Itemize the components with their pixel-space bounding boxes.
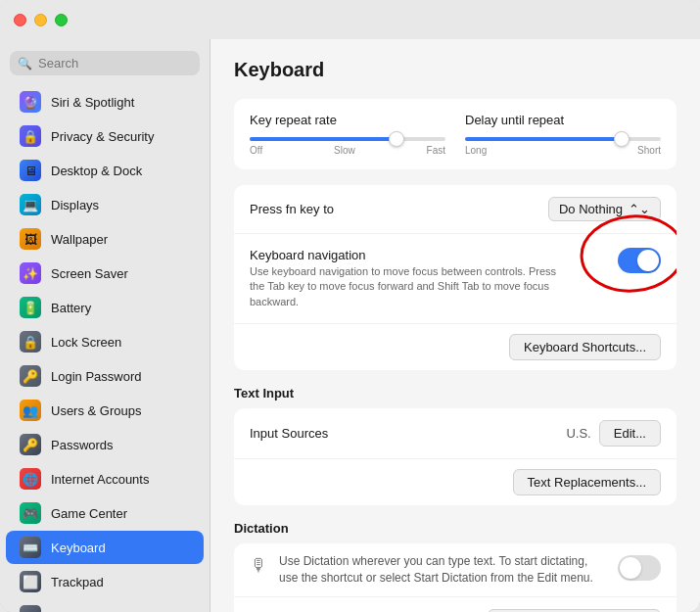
battery-icon: 🔋 [20, 297, 41, 318]
input-sources-controls: U.S. Edit... [566, 420, 661, 447]
key-repeat-slider-fill [250, 137, 397, 141]
keyboard-nav-description: Use keyboard navigation to move focus be… [250, 264, 563, 309]
microphone-icon: 🎙 [250, 555, 267, 576]
delay-repeat-slider-ends: Long Short [465, 145, 661, 156]
sliders-row: Key repeat rate Off Slow Fast [234, 99, 677, 169]
dictation-header: Dictation [234, 521, 677, 536]
dictation-toggle-knob [620, 557, 641, 579]
keyboard-repeat-card: Key repeat rate Off Slow Fast [234, 99, 677, 169]
key-repeat-off-label: Off [250, 145, 262, 156]
input-sources-value: U.S. [566, 426, 590, 441]
desktop-icon: 🖥 [20, 160, 41, 181]
text-input-header: Text Input [234, 386, 677, 400]
sidebar-items-container: 🔮Siri & Spotlight🔒Privacy & Security🖥Des… [0, 85, 210, 612]
panel-content: Keyboard Key repeat rate [234, 59, 677, 612]
sidebar-item-screensaver[interactable]: ✨Screen Saver [6, 257, 204, 290]
key-repeat-label: Key repeat rate [250, 113, 445, 127]
panel-title: Keyboard [234, 59, 677, 81]
sidebar-item-users[interactable]: 👥Users & Groups [6, 394, 204, 427]
delay-short-label: Short [637, 145, 661, 156]
sidebar-label-gamecenter: Game Center [51, 506, 127, 521]
input-sources-row: Input Sources U.S. Edit... [234, 408, 677, 459]
keyboard-nav-toggle[interactable] [618, 248, 661, 273]
dictation-card: 🎙 Use Dictation wherever you can type te… [234, 543, 677, 612]
sidebar-item-internetaccounts[interactable]: 🌐Internet Accounts [6, 462, 204, 495]
dictation-toggle[interactable] [618, 555, 661, 581]
displays-icon: 💻 [20, 194, 41, 215]
sidebar-label-users: Users & Groups [51, 403, 141, 418]
sidebar-label-keyboard: Keyboard [51, 541, 106, 555]
delay-repeat-section: Delay until repeat Long Short [465, 113, 661, 156]
main-layout: 🔍 🔮Siri & Spotlight🔒Privacy & Security🖥D… [0, 39, 700, 612]
keyboard-shortcuts-button[interactable]: Keyboard Shortcuts... [509, 334, 661, 360]
sidebar-item-battery[interactable]: 🔋Battery [6, 291, 204, 324]
lockscreen-icon: 🔒 [20, 331, 41, 353]
language-row: Language English (United States) ⌃⌄ [234, 597, 677, 612]
key-repeat-slider-thumb[interactable] [389, 131, 404, 147]
keyboard-shortcuts-btn-row: Keyboard Shortcuts... [234, 324, 677, 370]
sidebar-label-trackpad: Trackpad [51, 575, 104, 589]
delay-repeat-slider-track[interactable] [465, 137, 661, 141]
key-repeat-slider-container: Off Slow Fast [250, 137, 445, 156]
right-panel: Keyboard Key repeat rate [210, 39, 700, 612]
search-input[interactable] [38, 56, 192, 71]
sidebar-item-displays[interactable]: 💻Displays [6, 188, 204, 221]
privacy-icon: 🔒 [20, 125, 41, 147]
sidebar-item-loginpassword[interactable]: 🔑Login Password [6, 359, 204, 393]
keyboard-nav-toggle-knob [637, 250, 659, 271]
sidebar-item-keyboard[interactable]: ⌨️Keyboard [6, 531, 204, 564]
press-fn-value: Do Nothing [559, 202, 623, 216]
key-repeat-slow-label: Slow [334, 145, 355, 156]
sidebar-label-displays: Displays [51, 198, 99, 212]
users-icon: 👥 [20, 400, 41, 421]
titlebar [0, 0, 700, 39]
press-fn-row: Press fn key to Do Nothing ⌃⌄ [234, 185, 677, 234]
loginpassword-icon: 🔑 [20, 365, 41, 387]
sidebar-item-desktop[interactable]: 🖥Desktop & Dock [6, 154, 204, 187]
delay-repeat-slider-thumb[interactable] [614, 131, 630, 147]
text-input-card: Input Sources U.S. Edit... Text Replacem… [234, 408, 677, 505]
sidebar-label-passwords: Passwords [51, 438, 114, 452]
sidebar-item-passwords[interactable]: 🔑Passwords [6, 428, 204, 461]
sidebar-label-siri: Siri & Spotlight [51, 95, 134, 110]
sidebar-item-privacy[interactable]: 🔒Privacy & Security [6, 119, 204, 153]
text-replacements-button[interactable]: Text Replacements... [513, 469, 661, 495]
delay-long-label: Long [465, 145, 487, 156]
text-replacements-btn-row: Text Replacements... [234, 459, 677, 505]
sidebar-item-trackpad[interactable]: ⬜Trackpad [6, 565, 204, 598]
sidebar-label-printers: Printers & Scanners [51, 609, 164, 613]
search-icon: 🔍 [18, 57, 32, 71]
keyboard-nav-text: Keyboard navigation Use keyboard navigat… [250, 248, 563, 309]
minimize-button[interactable] [34, 14, 47, 26]
sidebar-item-wallpaper[interactable]: 🖼Wallpaper [6, 222, 204, 256]
press-fn-label: Press fn key to [250, 202, 334, 216]
sidebar-item-gamecenter[interactable]: 🎮Game Center [6, 496, 204, 530]
wallpaper-icon: 🖼 [20, 228, 41, 250]
delay-repeat-label: Delay until repeat [465, 113, 661, 127]
search-box[interactable]: 🔍 [10, 51, 200, 75]
passwords-icon: 🔑 [20, 434, 41, 455]
sidebar-item-siri[interactable]: 🔮Siri & Spotlight [6, 85, 204, 118]
sidebar-label-loginpassword: Login Password [51, 369, 142, 384]
printers-icon: 🖨 [20, 605, 41, 612]
delay-repeat-slider-fill [465, 137, 622, 141]
press-fn-dropdown[interactable]: Do Nothing ⌃⌄ [548, 197, 661, 221]
trackpad-icon: ⬜ [20, 571, 41, 592]
keyboard-nav-row: Keyboard navigation Use keyboard navigat… [234, 234, 677, 324]
system-settings-window: 🔍 🔮Siri & Spotlight🔒Privacy & Security🖥D… [0, 0, 700, 612]
close-button[interactable] [14, 14, 26, 26]
key-repeat-slider-track[interactable] [250, 137, 445, 141]
key-repeat-section: Key repeat rate Off Slow Fast [250, 113, 445, 156]
maximize-button[interactable] [55, 14, 68, 26]
sidebar-item-lockscreen[interactable]: 🔒Lock Screen [6, 325, 204, 358]
sidebar: 🔍 🔮Siri & Spotlight🔒Privacy & Security🖥D… [0, 39, 210, 612]
sidebar-item-printers[interactable]: 🖨Printers & Scanners [6, 599, 204, 612]
input-sources-edit-button[interactable]: Edit... [599, 420, 661, 447]
internetaccounts-icon: 🌐 [20, 468, 41, 490]
screensaver-icon: ✨ [20, 262, 41, 284]
dictation-toggle-row: 🎙 Use Dictation wherever you can type te… [234, 543, 677, 597]
sidebar-label-battery: Battery [51, 301, 91, 315]
sidebar-label-privacy: Privacy & Security [51, 129, 154, 144]
sidebar-label-desktop: Desktop & Dock [51, 164, 142, 178]
sidebar-label-wallpaper: Wallpaper [51, 232, 108, 247]
